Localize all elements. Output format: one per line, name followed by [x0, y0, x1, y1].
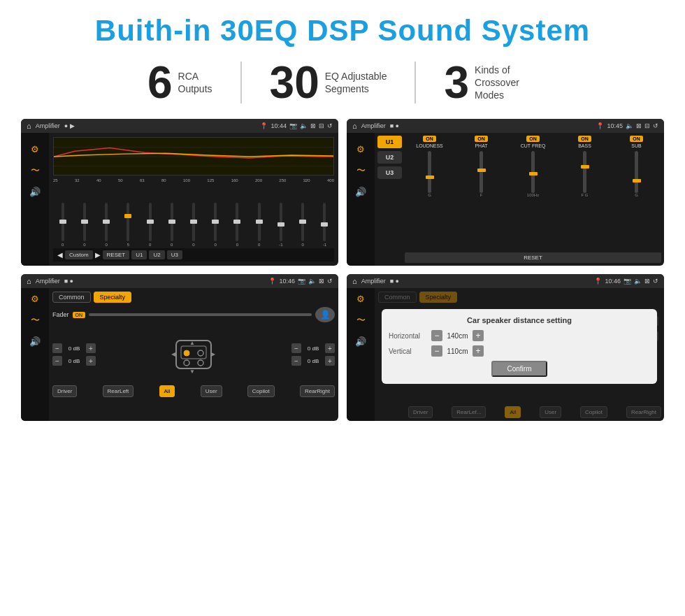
u2-preset[interactable]: U2: [377, 151, 402, 164]
u1-preset[interactable]: U1: [377, 136, 402, 148]
ch-loudness: ON LOUDNESS: [405, 136, 454, 148]
dialog-modal-title: Car speaker distance setting: [389, 316, 650, 324]
bass-on[interactable]: ON: [578, 136, 591, 142]
user-avatar[interactable]: 👤: [315, 307, 335, 322]
speaker-wave-icon[interactable]: 〜: [31, 314, 40, 327]
eq-sidebar: ⚙ 〜 🔊: [21, 133, 49, 266]
dialog-all-btn[interactable]: All: [505, 406, 521, 418]
eq-slider-5: 0: [140, 203, 159, 247]
dialog-copilot-btn[interactable]: Copilot: [580, 406, 607, 418]
speaker-main-panel: Common Specialty Fader ON 👤 −: [49, 288, 338, 421]
ch-sub: ON SUB: [612, 136, 661, 148]
screens-grid: ⌂ Amplifier ● ▶ 📍 10:44 📷 🔈 ⊠ ⊟ ↺: [21, 119, 664, 421]
home-icon[interactable]: ⌂: [27, 122, 31, 130]
dialog-spk-icon[interactable]: 🔊: [355, 336, 366, 347]
dialog-common-tab[interactable]: Common: [378, 292, 417, 303]
back-icon: ↺: [327, 122, 333, 129]
fader-on-badge[interactable]: ON: [73, 312, 86, 318]
right-front-plus[interactable]: +: [325, 343, 335, 353]
play-arrow[interactable]: ▶: [95, 251, 101, 259]
ch-bass: ON BASS: [560, 136, 610, 148]
u3-btn[interactable]: U3: [167, 250, 182, 259]
home-icon-dialog[interactable]: ⌂: [352, 277, 357, 285]
cross-slider-area: G F 100Hz F: [405, 151, 661, 250]
u2-btn[interactable]: U2: [149, 250, 164, 259]
dialog-loc: 📍: [594, 278, 602, 285]
dialog-driver-btn[interactable]: Driver: [408, 406, 433, 418]
cutfreq-on[interactable]: ON: [526, 136, 540, 142]
rearleft-btn[interactable]: RearLeft: [103, 385, 134, 397]
waveform-icon[interactable]: 〜: [31, 164, 40, 177]
cross-dot-icon: ■ ●: [390, 122, 399, 129]
stat-rca-number: 6: [147, 60, 173, 105]
dialog-specialty-tab[interactable]: Specialty: [419, 292, 458, 303]
all-btn[interactable]: All: [159, 385, 175, 397]
horizontal-value: 140cm: [445, 332, 470, 340]
dialog-rr-btn[interactable]: RearRight: [626, 406, 661, 418]
cross-content: ⚙ 〜 🔊 U1 U2 U3: [347, 133, 664, 266]
fader-slider[interactable]: [89, 313, 312, 316]
left-front-minus[interactable]: −: [52, 343, 62, 353]
dialog-status-left: ⌂ Amplifier ■ ●: [352, 277, 399, 285]
stats-row: 6 RCA Outputs 30 EQ Adjustable Segments …: [21, 60, 664, 105]
vertical-minus[interactable]: −: [431, 345, 442, 357]
cross-title: Amplifier: [361, 122, 386, 129]
speaker-eq-icon[interactable]: ⚙: [31, 294, 39, 304]
copilot-btn[interactable]: Copilot: [247, 385, 275, 397]
horizontal-minus[interactable]: −: [431, 330, 442, 341]
left-front-plus[interactable]: +: [86, 343, 96, 353]
home-icon-cross[interactable]: ⌂: [352, 122, 357, 130]
cross-wave-icon[interactable]: 〜: [356, 164, 366, 177]
rearright-btn[interactable]: RearRight: [300, 385, 335, 397]
stat-crossover: 3 Kinds of Crossover Modes: [416, 60, 565, 105]
dialog-user-btn[interactable]: User: [540, 406, 561, 418]
cross-presets: U1 U2 U3: [377, 136, 402, 263]
dialog-title-bar: Amplifier: [361, 278, 386, 285]
dialog-back: ↺: [653, 278, 658, 285]
eq-screen: ⌂ Amplifier ● ▶ 📍 10:44 📷 🔈 ⊠ ⊟ ↺: [21, 119, 338, 266]
right-front-db: − 0 dB +: [291, 343, 335, 353]
dialog-rl-btn[interactable]: RearLef...: [452, 406, 486, 418]
left-rear-plus[interactable]: +: [86, 356, 96, 366]
speaker-small-icon[interactable]: 🔊: [29, 187, 41, 197]
dialog-eq-icon[interactable]: ⚙: [356, 294, 365, 304]
right-rear-db: − 0 dB +: [291, 356, 335, 366]
common-tab[interactable]: Common: [52, 292, 91, 303]
loudness-on[interactable]: ON: [423, 136, 436, 142]
eq-slider-4: 5: [119, 203, 138, 247]
vertical-plus[interactable]: +: [473, 345, 484, 357]
eq-title: Amplifier: [36, 122, 60, 129]
home-icon-speaker[interactable]: ⌂: [27, 277, 31, 285]
right-rear-plus[interactable]: +: [325, 356, 335, 366]
sub-on[interactable]: ON: [630, 136, 643, 142]
reset-btn[interactable]: RESET: [103, 250, 130, 259]
equalizer-icon[interactable]: ⚙: [31, 144, 39, 155]
u1-btn[interactable]: U1: [131, 250, 147, 259]
dialog-vol: 🔈: [634, 278, 642, 285]
phat-on[interactable]: ON: [475, 136, 488, 142]
eq-slider-8: 0: [206, 203, 225, 247]
dialog-time: 10:46: [605, 278, 621, 285]
eq-time: 10:44: [271, 122, 287, 129]
left-rear-minus[interactable]: −: [52, 356, 62, 366]
confirm-button[interactable]: Confirm: [491, 361, 547, 377]
horizontal-plus[interactable]: +: [473, 330, 484, 341]
right-rear-minus[interactable]: −: [291, 356, 301, 366]
speaker-status-left: ⌂ Amplifier ■ ●: [27, 277, 73, 285]
driver-btn[interactable]: Driver: [52, 385, 77, 397]
dialog-bg: Common Specialty: [378, 292, 661, 303]
vertical-row: Vertical − 110cm +: [389, 345, 650, 357]
dialog-status-right: 📍 10:46 📷 🔈 ⊠ ↺: [594, 278, 658, 285]
svg-text:◀: ◀: [171, 351, 176, 357]
prev-arrow[interactable]: ◀: [57, 251, 63, 259]
right-front-minus[interactable]: −: [291, 343, 301, 353]
cross-eq-icon[interactable]: ⚙: [356, 144, 365, 155]
u3-preset[interactable]: U3: [377, 166, 402, 179]
dialog-wave-icon[interactable]: 〜: [356, 314, 366, 327]
user-btn[interactable]: User: [201, 385, 222, 397]
cross-reset-btn[interactable]: RESET: [405, 252, 661, 263]
specialty-tab[interactable]: Specialty: [94, 292, 132, 303]
speaker-spk-icon[interactable]: 🔊: [29, 336, 41, 347]
custom-preset-btn[interactable]: Custom: [65, 250, 93, 259]
cross-spk-icon[interactable]: 🔊: [355, 187, 366, 197]
